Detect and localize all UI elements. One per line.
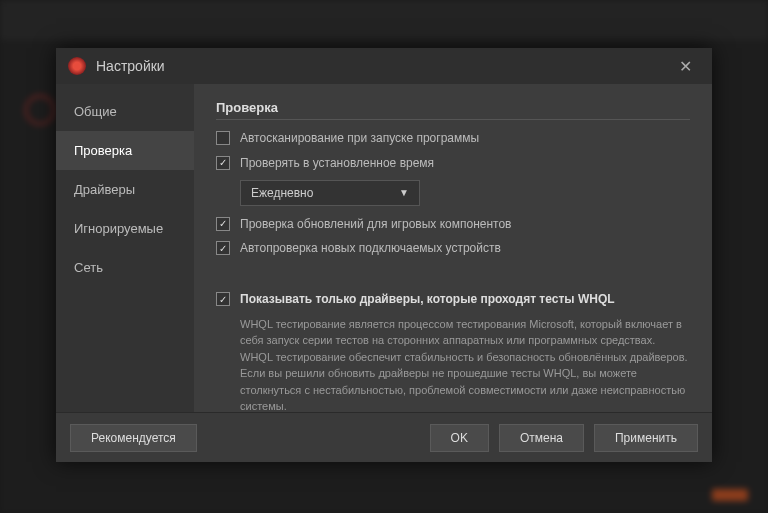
sidebar-item-scan[interactable]: Проверка [56, 131, 194, 170]
option-autodevice: Автопроверка новых подключаемых устройст… [216, 240, 690, 257]
app-logo-icon [68, 57, 86, 75]
checkbox-autoscan[interactable] [216, 131, 230, 145]
sidebar-item-ignored[interactable]: Игнорируемые [56, 209, 194, 248]
label-game: Проверка обновлений для игровых компонен… [240, 216, 512, 233]
option-scheduled: Проверять в установленное время [216, 155, 690, 172]
modal-title: Настройки [96, 58, 165, 74]
close-icon[interactable]: ✕ [671, 53, 700, 80]
ok-button[interactable]: OK [430, 424, 489, 452]
titlebar: Настройки ✕ [56, 48, 712, 84]
modal-body: Общие Проверка Драйверы Игнорируемые Сет… [56, 84, 712, 412]
checkbox-whql[interactable] [216, 292, 230, 306]
recommended-button[interactable]: Рекомендуется [70, 424, 197, 452]
label-whql: Показывать только драйверы, которые прох… [240, 291, 615, 308]
checkbox-autodevice[interactable] [216, 241, 230, 255]
chevron-down-icon: ▼ [399, 187, 409, 198]
sidebar-item-general[interactable]: Общие [56, 92, 194, 131]
sidebar-item-network[interactable]: Сеть [56, 248, 194, 287]
modal-footer: Рекомендуется OK Отмена Применить [56, 412, 712, 462]
whql-description: WHQL тестирование является процессом тес… [240, 316, 690, 412]
frequency-value: Ежедневно [251, 186, 313, 200]
option-game-components: Проверка обновлений для игровых компонен… [216, 216, 690, 233]
section-scan-title: Проверка [216, 100, 690, 120]
checkbox-scheduled[interactable] [216, 156, 230, 170]
label-autodevice: Автопроверка новых подключаемых устройст… [240, 240, 501, 257]
label-scheduled: Проверять в установленное время [240, 155, 434, 172]
sidebar-item-drivers[interactable]: Драйверы [56, 170, 194, 209]
option-autoscan: Автосканирование при запуске программы [216, 130, 690, 147]
cancel-button[interactable]: Отмена [499, 424, 584, 452]
settings-content: Проверка Автосканирование при запуске пр… [194, 84, 712, 412]
settings-modal: Настройки ✕ Общие Проверка Драйверы Игно… [56, 48, 712, 462]
option-whql: Показывать только драйверы, которые прох… [216, 291, 690, 308]
settings-sidebar: Общие Проверка Драйверы Игнорируемые Сет… [56, 84, 194, 412]
apply-button[interactable]: Применить [594, 424, 698, 452]
frequency-dropdown[interactable]: Ежедневно ▼ [240, 180, 420, 206]
label-autoscan: Автосканирование при запуске программы [240, 130, 479, 147]
checkbox-game[interactable] [216, 217, 230, 231]
